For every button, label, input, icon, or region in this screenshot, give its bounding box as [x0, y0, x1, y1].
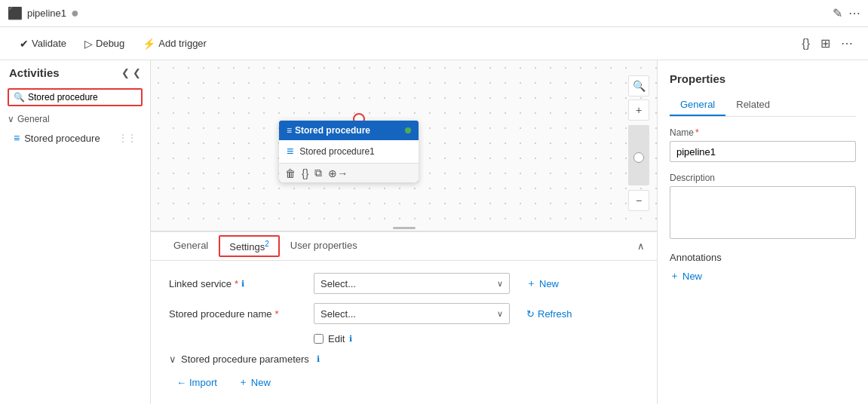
- sp-params-info-icon[interactable]: ℹ: [317, 354, 320, 364]
- search-box[interactable]: 🔍: [8, 88, 143, 106]
- prop-description-field: Description: [670, 173, 856, 241]
- linked-service-label-container: Linked service * ℹ: [169, 278, 305, 289]
- sidebar-header: Activities ❮ ❮: [0, 60, 150, 85]
- node-body-icon: ≡: [287, 145, 293, 158]
- bottom-panel-tabs: General Settings2 User properties ∧: [151, 232, 657, 261]
- add-trigger-button[interactable]: ⚡ Add trigger: [135, 34, 214, 54]
- code-node-icon[interactable]: {}: [302, 167, 308, 179]
- linked-service-required: *: [235, 278, 238, 289]
- stored-procedure-icon: ≡: [14, 132, 20, 144]
- collapse-icon-2[interactable]: ❮: [133, 67, 141, 78]
- linked-service-new-label: New: [539, 278, 559, 289]
- toolbar-more-icon[interactable]: ⋯: [838, 33, 856, 54]
- sidebar-collapse-icons[interactable]: ❮ ❮: [121, 67, 141, 78]
- activity-node-body: ≡ Stored procedure1: [279, 140, 419, 163]
- name-required: *: [695, 127, 699, 138]
- resize-handle[interactable]: [389, 225, 419, 231]
- sidebar-section-general: ∨ General ≡ Stored procedure ⋮⋮: [0, 109, 150, 152]
- annotations-new-btn[interactable]: ＋ New: [670, 269, 702, 283]
- linked-service-new-btn[interactable]: ＋ New: [519, 274, 566, 293]
- linked-service-select[interactable]: Select... ∨: [314, 273, 510, 294]
- edit-checkbox[interactable]: [314, 334, 324, 344]
- node-body-label: Stored procedure1: [299, 146, 374, 157]
- tab-settings-label: Settings: [229, 241, 265, 252]
- canvas-controls: 🔍 + −: [628, 75, 649, 211]
- search-icon: 🔍: [14, 92, 25, 103]
- annotations-new-label: New: [682, 271, 702, 282]
- prop-name-input[interactable]: [670, 141, 856, 162]
- arrow-icon[interactable]: ⊕→: [328, 167, 348, 179]
- top-bar-left: ⬛ pipeline1 ●: [8, 5, 79, 21]
- search-canvas-btn[interactable]: 🔍: [628, 75, 649, 96]
- new-param-btn[interactable]: ＋ New: [231, 372, 278, 392]
- tab-settings-badge: 2: [265, 240, 269, 248]
- sp-name-select[interactable]: Select... ∨: [314, 303, 510, 324]
- prop-tab-related[interactable]: Related: [725, 94, 781, 116]
- sidebar-title: Activities: [9, 66, 60, 79]
- collapse-icon[interactable]: ❮: [121, 67, 130, 78]
- center-area: ≡ Stored procedure ≡ Stored procedure1 🗑…: [151, 60, 657, 404]
- pipeline-icon: ⬛: [8, 6, 23, 20]
- sp-refresh-btn[interactable]: ↻ Refresh: [519, 305, 580, 323]
- description-label-text: Description: [670, 173, 715, 183]
- import-btn[interactable]: ← Import: [169, 374, 225, 391]
- drag-handle-icon: ⋮⋮: [118, 133, 136, 143]
- activity-node[interactable]: ≡ Stored procedure ≡ Stored procedure1 🗑…: [279, 121, 419, 182]
- tab-general[interactable]: General: [163, 234, 219, 259]
- prop-name-label: Name *: [670, 127, 856, 138]
- plus-icon: ＋: [526, 277, 536, 290]
- linked-service-dropdown-arrow: ∨: [497, 279, 503, 289]
- stored-procedure-label: Stored procedure: [24, 133, 100, 144]
- linked-service-select-value: Select...: [321, 278, 356, 289]
- properties-tabs: General Related: [670, 94, 856, 117]
- sp-name-row: Stored procedure name * Select... ∨ ↻ Re…: [169, 303, 639, 324]
- sp-params-actions: ← Import ＋ New: [169, 372, 639, 392]
- debug-label: Debug: [96, 38, 124, 49]
- sp-name-label: Stored procedure name: [169, 308, 272, 320]
- top-bar-right: ✎ ⋯: [833, 6, 860, 20]
- properties-title: Properties: [670, 72, 856, 85]
- zoom-handle[interactable]: [633, 152, 644, 163]
- resize-bar: [393, 227, 416, 229]
- collapse-panel-btn[interactable]: ∧: [637, 240, 645, 252]
- monitor-icon[interactable]: ⊞: [817, 33, 833, 54]
- debug-button[interactable]: ▷ Debug: [77, 34, 132, 54]
- prop-annotations-field: Annotations ＋ New: [670, 252, 856, 283]
- modified-dot: ●: [71, 5, 79, 21]
- sp-name-label-container: Stored procedure name *: [169, 308, 305, 320]
- prop-tab-general[interactable]: General: [670, 94, 725, 116]
- zoom-out-btn[interactable]: −: [628, 190, 649, 211]
- linked-service-info-icon[interactable]: ℹ: [241, 279, 244, 289]
- edit-checkbox-row: Edit ℹ: [314, 333, 639, 344]
- tab-settings[interactable]: Settings2: [219, 235, 280, 257]
- zoom-in-btn[interactable]: +: [628, 99, 649, 121]
- node-header-icon: ≡: [287, 125, 292, 136]
- sp-name-select-value: Select...: [321, 308, 356, 320]
- zoom-track: [628, 125, 649, 185]
- sp-params-chevron[interactable]: ∨: [169, 354, 176, 365]
- edit-info-icon[interactable]: ℹ: [349, 334, 352, 344]
- sp-refresh-label: Refresh: [538, 308, 572, 320]
- edit-label[interactable]: Edit: [328, 333, 345, 344]
- canvas[interactable]: ≡ Stored procedure ≡ Stored procedure1 🗑…: [151, 60, 657, 231]
- sidebar-section-header[interactable]: ∨ General: [8, 114, 143, 124]
- delete-icon[interactable]: 🗑: [285, 167, 296, 179]
- new-param-plus-icon: ＋: [238, 375, 248, 389]
- prop-description-label: Description: [670, 173, 856, 183]
- sp-params-section-header: ∨ Stored procedure parameters ℹ: [169, 354, 639, 365]
- activity-node-footer: 🗑 {} ⧉ ⊕→: [279, 163, 419, 182]
- node-status-indicator: [405, 127, 411, 133]
- more-icon[interactable]: ⋯: [848, 6, 860, 20]
- copy-icon[interactable]: ⧉: [314, 167, 322, 179]
- validate-button[interactable]: ✔ Validate: [12, 34, 74, 54]
- edit-icon[interactable]: ✎: [833, 6, 842, 20]
- code-icon[interactable]: {}: [799, 34, 813, 54]
- sp-params-label: Stored procedure parameters: [181, 354, 309, 365]
- tab-user-properties[interactable]: User properties: [280, 234, 368, 259]
- annotations-label: Annotations: [670, 252, 856, 263]
- add-trigger-label: Add trigger: [158, 38, 207, 49]
- prop-description-textarea[interactable]: [670, 186, 856, 239]
- search-input[interactable]: [28, 92, 136, 103]
- toolbar-right: {} ⊞ ⋯: [799, 33, 856, 54]
- sidebar-item-stored-procedure[interactable]: ≡ Stored procedure ⋮⋮: [8, 129, 143, 147]
